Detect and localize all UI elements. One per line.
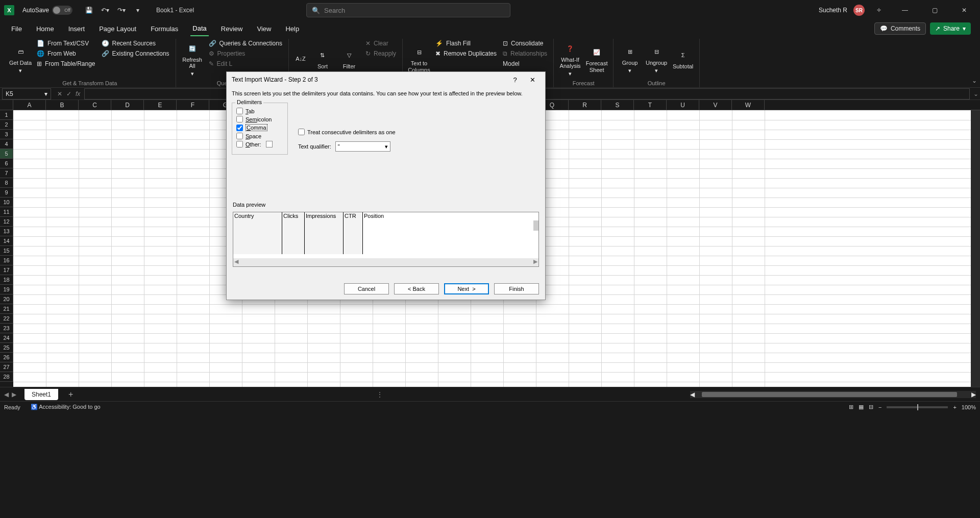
row-header-7[interactable]: 7 [0, 168, 13, 178]
tab-data[interactable]: Data [190, 21, 208, 36]
row-header-26[interactable]: 26 [0, 353, 13, 362]
row-header-25[interactable]: 25 [0, 343, 13, 353]
maximize-button[interactable]: ▢ [923, 0, 946, 20]
row-header-4[interactable]: 4 [0, 139, 13, 149]
text-qualifier-combo[interactable]: "▾ [335, 141, 390, 152]
row-header-1[interactable]: 1 [0, 110, 13, 120]
row-header-9[interactable]: 9 [0, 188, 13, 198]
formula-enter-icon[interactable]: ✓ [66, 90, 71, 97]
row-header-22[interactable]: 22 [0, 314, 13, 324]
existing-connections-button[interactable]: 🔗 Existing Connections [100, 49, 172, 58]
sheet-next-icon[interactable]: ▶ [12, 391, 16, 398]
row-header-20[interactable]: 20 [0, 294, 13, 304]
clear-button[interactable]: ✕ Clear [363, 39, 398, 48]
back-button[interactable]: < Back [394, 283, 439, 294]
row-header-14[interactable]: 14 [0, 236, 13, 246]
refresh-all-button[interactable]: 🔄 Refresh All ▾ [180, 39, 205, 79]
treat-consecutive-checkbox[interactable]: Treat consecutive delimiters as one [298, 129, 396, 135]
comments-button[interactable]: 💬 Comments [874, 22, 926, 35]
tab-file[interactable]: File [9, 22, 24, 36]
autosave-toggle[interactable]: AutoSave Off [22, 6, 72, 15]
what-if-button[interactable]: ❓What-If Analysis ▾ [558, 39, 582, 79]
row-header-17[interactable]: 17 [0, 265, 13, 275]
delimiter-space-checkbox[interactable]: Space [236, 133, 283, 139]
preview-v-scroll-thumb[interactable] [533, 220, 538, 231]
column-header-A[interactable]: A [13, 100, 46, 110]
finish-button[interactable]: Finish [494, 283, 539, 294]
row-header-18[interactable]: 18 [0, 275, 13, 285]
close-window-button[interactable]: ✕ [952, 0, 976, 20]
sheet-bar-menu-icon[interactable]: ⋮ [377, 391, 383, 398]
row-header-13[interactable]: 13 [0, 227, 13, 236]
qat-overflow-icon[interactable]: ▾ [131, 3, 145, 17]
row-header-27[interactable]: 27 [0, 362, 13, 372]
column-header-R[interactable]: R [569, 100, 601, 110]
tab-formulas[interactable]: Formulas [149, 22, 180, 36]
edit-links-button[interactable]: ✎ Edit L [207, 59, 284, 68]
delimiter-other-input[interactable] [266, 141, 273, 147]
recent-sources-button[interactable]: 🕘 Recent Sources [100, 39, 172, 48]
select-all-corner[interactable] [0, 100, 13, 110]
dialog-close-button[interactable]: ✕ [525, 73, 540, 86]
row-header-21[interactable]: 21 [0, 304, 13, 314]
row-header-23[interactable]: 23 [0, 324, 13, 333]
add-sheet-button[interactable]: + [68, 390, 73, 399]
column-header-T[interactable]: T [634, 100, 667, 110]
share-button[interactable]: ↗ Share ▾ [930, 22, 971, 35]
sheet-prev-icon[interactable]: ◀ [4, 391, 9, 398]
row-header-15[interactable]: 15 [0, 246, 13, 256]
tab-review[interactable]: Review [219, 22, 245, 36]
vertical-scrollbar[interactable] [971, 110, 980, 387]
column-header-F[interactable]: F [177, 100, 209, 110]
row-header-10[interactable]: 10 [0, 198, 13, 207]
autosave-pill[interactable]: Off [52, 6, 72, 15]
formula-cancel-icon[interactable]: ✕ [57, 90, 62, 97]
consolidate-button[interactable]: ⊡ Consolidate [501, 39, 549, 48]
column-header-E[interactable]: E [144, 100, 177, 110]
redo-icon[interactable]: ↷▾ [114, 3, 129, 17]
forecast-sheet-button[interactable]: 📈Forecast Sheet [584, 39, 609, 79]
row-header-12[interactable]: 12 [0, 217, 13, 227]
column-header-W[interactable]: W [732, 100, 765, 110]
horizontal-scrollbar[interactable]: ◀ ▶ [690, 391, 976, 398]
row-header-5[interactable]: 5 [0, 149, 13, 159]
get-data-button[interactable]: 🗃 Get Data ▾ [8, 39, 33, 79]
accessibility-status[interactable]: ♿ Accessibility: Good to go [31, 404, 101, 410]
name-box-dropdown-icon[interactable]: ▾ [44, 90, 47, 97]
delimiter-other-checkbox[interactable]: Other: [236, 141, 283, 147]
row-header-8[interactable]: 8 [0, 178, 13, 188]
data-model-button[interactable]: Model [501, 59, 549, 68]
tab-help[interactable]: Help [283, 22, 301, 36]
ribbon-collapse-button[interactable]: ⌄ [972, 77, 977, 84]
zoom-out-icon[interactable]: − [878, 404, 881, 410]
tab-page-layout[interactable]: Page Layout [97, 22, 138, 36]
from-web-button[interactable]: 🌐 From Web [35, 49, 97, 58]
subtotal-button[interactable]: ΣSubtotal [671, 39, 695, 79]
column-header-D[interactable]: D [111, 100, 144, 110]
relationships-button[interactable]: ⧉ Relationships [501, 49, 549, 58]
row-header-28[interactable]: 28 [0, 372, 13, 382]
fx-icon[interactable]: fx [76, 90, 80, 97]
row-header-24[interactable]: 24 [0, 333, 13, 343]
column-header-C[interactable]: C [79, 100, 111, 110]
row-header-6[interactable]: 6 [0, 159, 13, 168]
queries-connections-button[interactable]: 🔗 Queries & Connections [207, 39, 284, 48]
coming-soon-icon[interactable]: ✧ [872, 3, 886, 17]
delimiter-semicolon-checkbox[interactable]: Semicolon [236, 116, 283, 122]
zoom-in-icon[interactable]: + [953, 404, 956, 410]
next-button[interactable]: Next > [444, 283, 489, 294]
search-box[interactable]: 🔍 Search [306, 3, 510, 17]
properties-button[interactable]: ⚙ Properties [207, 49, 284, 58]
group-button[interactable]: ⊞Group ▾ [618, 39, 642, 79]
undo-icon[interactable]: ↶▾ [98, 3, 112, 17]
sheet-tab-sheet1[interactable]: Sheet1 [24, 389, 58, 400]
h-scroll-thumb[interactable] [702, 392, 957, 397]
column-header-B[interactable]: B [46, 100, 79, 110]
tab-home[interactable]: Home [34, 22, 56, 36]
view-page-break-icon[interactable]: ⊟ [869, 404, 873, 410]
remove-duplicates-button[interactable]: ✖ Remove Duplicates [433, 49, 499, 58]
row-header-16[interactable]: 16 [0, 256, 13, 265]
save-icon[interactable]: 💾 [82, 3, 96, 17]
view-normal-icon[interactable]: ⊞ [849, 404, 853, 410]
view-page-layout-icon[interactable]: ▦ [859, 404, 864, 410]
